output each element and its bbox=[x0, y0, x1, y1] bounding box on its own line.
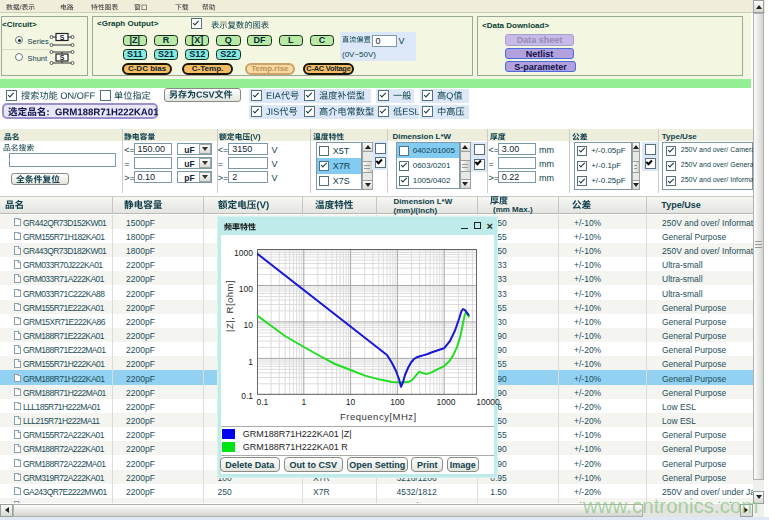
svg-text:S: S bbox=[60, 54, 65, 61]
svg-text:S: S bbox=[60, 34, 65, 41]
